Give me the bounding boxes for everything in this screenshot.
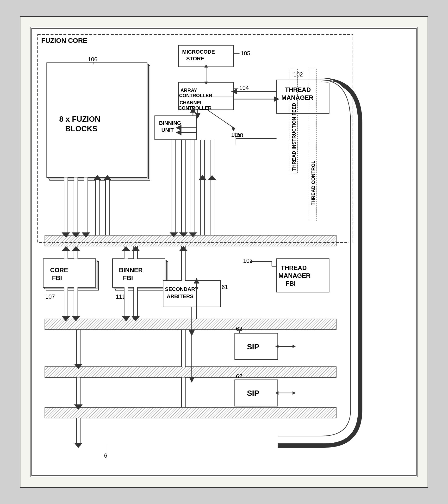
svg-rect-48 [45,319,336,330]
thread-control-label: THREAD CONTROL [310,161,316,205]
svg-rect-49 [45,367,336,378]
ref-105: 105 [241,50,250,56]
svg-text:MANAGER: MANAGER [278,272,311,279]
svg-text:ARBITERS: ARBITERS [167,293,193,299]
ref-62b: 62 [236,373,242,379]
binning-unit-label: BINNING [159,120,181,126]
secondary-arbiters-label: SECONDARY [165,286,199,292]
svg-text:FBI: FBI [123,275,133,281]
svg-text:STORE: STORE [186,55,204,62]
ref-104: 104 [239,85,249,91]
svg-text:FBI: FBI [52,275,62,281]
thread-manager-label: THREAD [285,86,311,93]
sip2-label: SIP [247,389,259,397]
ref-62a: 62 [236,325,242,332]
svg-text:FBI: FBI [286,280,296,287]
channel-controller-label: CHANNEL [180,100,203,105]
fuzion-blocks-label: 8 x FUZION [59,115,100,123]
ref-107: 107 [45,293,55,300]
ref-106: 106 [88,56,98,63]
page: 9 10 [20,16,428,488]
svg-rect-29 [45,235,336,246]
thread-manager-fbi-label: THREAD [281,265,307,271]
svg-rect-50 [45,407,336,418]
array-controller-label: ARRAY [180,88,197,93]
ref-108b: 108 [231,131,241,138]
fuzion-core-label: FUZION CORE [41,37,87,44]
ref-61: 61 [222,284,228,290]
svg-text:CONTROLLER: CONTROLLER [179,93,212,98]
svg-text:BLOCKS: BLOCKS [65,124,97,133]
microcode-store-label: MICROCODE [182,49,215,55]
binner-fbi-label: BINNER [119,267,143,273]
svg-text:CONTROLLER: CONTROLLER [178,105,211,111]
core-fbi-label: CORE [50,267,68,273]
ref-103: 103 [243,257,253,264]
thread-instruction-feed-label: THREAD INSTRUCTION FEED [291,103,297,171]
ref-102: 102 [293,71,303,78]
svg-text:UNIT: UNIT [161,127,174,133]
diagram-area: FUZION CORE MICROCODE STORE 105 ARRAY CO… [30,27,418,477]
sip1-label: SIP [247,342,259,351]
